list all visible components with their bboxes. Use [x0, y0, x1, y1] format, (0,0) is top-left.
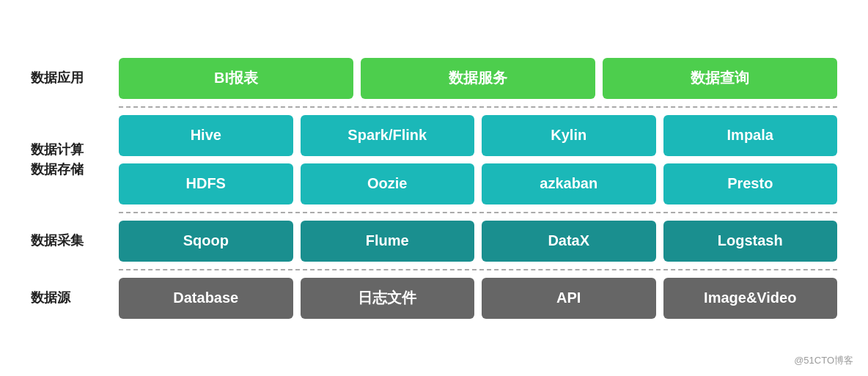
watermark: @51CTO博客: [794, 354, 853, 367]
cell-oozie: Oozie: [301, 163, 475, 204]
cell-bi-report: BI报表: [119, 58, 353, 99]
divider-2: [119, 212, 837, 213]
cell-impala: Impala: [663, 115, 838, 156]
label-data-source: 数据源: [31, 289, 119, 307]
cell-kylin: Kylin: [482, 115, 656, 156]
cell-hdfs: HDFS: [119, 163, 293, 204]
cell-spark-flink: Spark/Flink: [301, 115, 475, 156]
cell-datax: DataX: [482, 221, 656, 262]
cell-data-service: 数据服务: [361, 58, 595, 99]
data-application-cells: BI报表 数据服务 数据查询: [119, 58, 837, 99]
cell-image-video: Image&Video: [663, 278, 838, 319]
compute-row: Hive Spark/Flink Kylin Impala: [119, 115, 837, 156]
label-data-storage: 数据存储: [31, 160, 119, 180]
cell-api: API: [482, 278, 656, 319]
data-collection-cells: Sqoop Flume DataX Logstash: [119, 221, 837, 262]
data-source-cells: Database 日志文件 API Image&Video: [119, 278, 837, 319]
storage-row: HDFS Oozie azkaban Presto: [119, 163, 837, 204]
cell-sqoop: Sqoop: [119, 221, 293, 262]
label-data-collection: 数据采集: [31, 232, 119, 250]
divider-1: [119, 106, 837, 108]
cell-data-query: 数据查询: [603, 58, 837, 99]
cell-log-file: 日志文件: [301, 278, 475, 319]
cell-flume: Flume: [301, 221, 475, 262]
cell-hive: Hive: [119, 115, 293, 156]
cell-presto: Presto: [663, 163, 838, 204]
label-data-application: 数据应用: [31, 69, 119, 87]
divider-3: [119, 269, 837, 270]
cell-database: Database: [119, 278, 293, 319]
cell-logstash: Logstash: [663, 221, 838, 262]
label-data-compute: 数据计算: [31, 140, 119, 160]
cell-azkaban: azkaban: [482, 163, 656, 204]
